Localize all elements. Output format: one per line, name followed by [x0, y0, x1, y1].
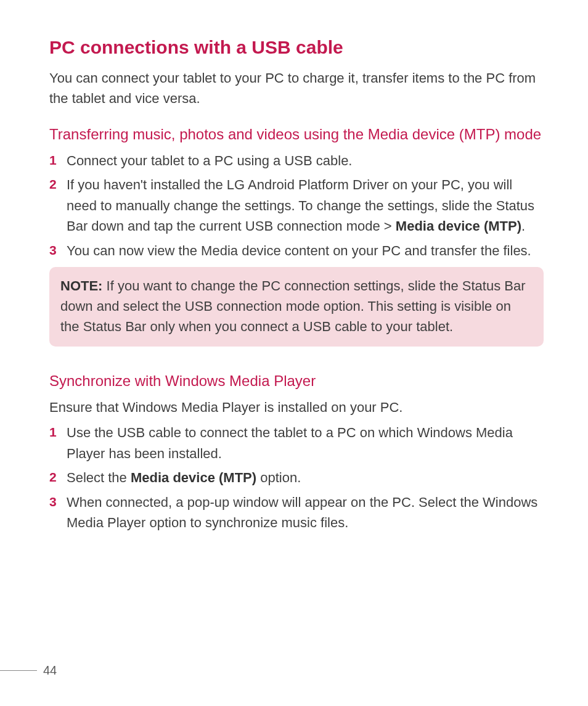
step-number: 2: [49, 467, 57, 487]
section-intro-wmp: Ensure that Windows Media Player is inst…: [49, 397, 544, 417]
steps-list-wmp: 1 Use the USB cable to connect the table…: [49, 422, 544, 533]
step-number: 2: [49, 174, 57, 194]
intro-paragraph: You can connect your tablet to your PC t…: [49, 68, 544, 109]
step-number: 3: [49, 240, 57, 260]
step-number: 1: [49, 150, 57, 170]
section-heading-wmp: Synchronize with Windows Media Player: [49, 371, 544, 391]
step-text-post: .: [521, 218, 525, 234]
step-text: When connected, a pop-up window will app…: [67, 495, 537, 530]
step-text: Connect your tablet to a PC using a USB …: [67, 153, 352, 168]
page-number: 44: [43, 663, 57, 678]
page-number-rule: [0, 670, 37, 671]
note-text: If you want to change the PC connection …: [60, 278, 526, 334]
step-item: 3 When connected, a pop-up window will a…: [49, 492, 544, 533]
step-text: Use the USB cable to connect the tablet …: [67, 425, 513, 461]
page-number-wrap: 44: [0, 663, 57, 678]
step-item: 2 Select the Media device (MTP) option.: [49, 467, 544, 488]
step-item: 3 You can now view the Media device cont…: [49, 240, 544, 261]
section-wmp: Synchronize with Windows Media Player En…: [49, 371, 544, 533]
section-heading-mtp: Transferring music, photos and videos us…: [49, 125, 544, 144]
steps-list-mtp: 1 Connect your tablet to a PC using a US…: [49, 150, 544, 261]
step-item: 1 Connect your tablet to a PC using a US…: [49, 150, 544, 171]
manual-page: PC connections with a USB cable You can …: [0, 0, 588, 706]
step-item: 1 Use the USB cable to connect the table…: [49, 422, 544, 464]
page-title: PC connections with a USB cable: [49, 36, 544, 59]
step-text-pre: Select the: [67, 470, 131, 485]
step-text-bold: Media device (MTP): [396, 218, 521, 234]
step-item: 2 If you haven't installed the LG Androi…: [49, 174, 544, 236]
step-text: You can now view the Media device conten…: [67, 243, 531, 258]
step-text-bold: Media device (MTP): [131, 470, 256, 485]
step-number: 1: [49, 422, 57, 442]
note-box: NOTE: If you want to change the PC conne…: [49, 267, 544, 347]
step-text-post: option.: [256, 470, 301, 485]
step-number: 3: [49, 492, 57, 512]
note-label: NOTE:: [60, 278, 102, 293]
